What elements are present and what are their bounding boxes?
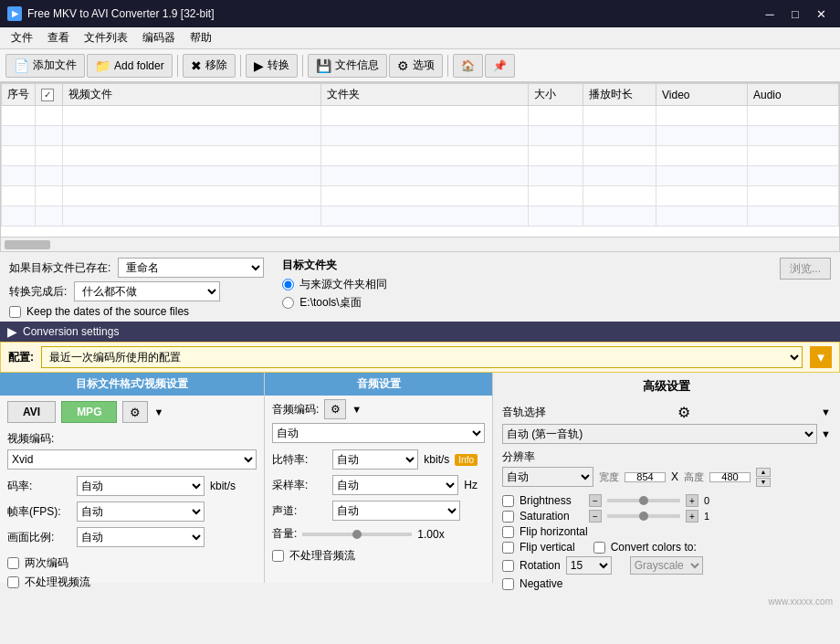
saturation-plus[interactable]: +: [686, 510, 698, 523]
menu-encoder[interactable]: 编码器: [135, 28, 183, 48]
height-label: 高度: [684, 470, 704, 484]
height-input[interactable]: [709, 472, 751, 482]
audio-gear-button[interactable]: ⚙: [324, 399, 346, 419]
file-info-button[interactable]: 💾 文件信息: [308, 54, 387, 78]
if-exists-select[interactable]: 重命名 覆盖 跳过: [118, 258, 264, 278]
fps-row: 帧率(FPS): 自动: [0, 499, 264, 524]
format-gear-button[interactable]: ⚙: [122, 401, 148, 423]
after-convert-select[interactable]: 什么都不做 关机: [74, 281, 220, 301]
minimize-button[interactable]: ─: [758, 5, 782, 23]
config-row: 配置: 最近一次编码所使用的配置 ▼: [0, 342, 840, 373]
saturation-slider[interactable]: [607, 514, 680, 518]
same-as-source-radio[interactable]: [282, 279, 294, 290]
negative-checkbox[interactable]: [502, 578, 514, 590]
select-all-checkbox[interactable]: [41, 89, 54, 101]
toolbar-separator-3: [302, 55, 303, 77]
audio-codec-select[interactable]: 自动: [272, 423, 485, 443]
volume-slider[interactable]: [302, 533, 412, 536]
menu-filelist[interactable]: 文件列表: [77, 28, 135, 48]
config-select[interactable]: 最近一次编码所使用的配置: [41, 346, 803, 368]
remove-button[interactable]: ✖ 移除: [183, 54, 236, 78]
height-up-button[interactable]: ▲: [756, 468, 771, 477]
brightness-minus[interactable]: −: [589, 494, 602, 507]
gear-icon: ⚙: [130, 406, 141, 419]
keep-dates-checkbox[interactable]: [9, 306, 21, 318]
add-file-button[interactable]: 📄 添加文件: [5, 54, 85, 78]
table-row: [2, 126, 839, 146]
saturation-checkbox[interactable]: [502, 511, 514, 523]
table-row: [2, 206, 839, 227]
audio-samplerate-label: 采样率:: [272, 478, 327, 493]
brightness-checkbox[interactable]: [502, 495, 514, 507]
same-as-source-label: 与来源文件夹相同: [299, 277, 387, 292]
audio-panel-header: 音频设置: [265, 373, 492, 396]
brightness-plus[interactable]: +: [686, 494, 698, 507]
toolbar-separator-1: [177, 55, 178, 77]
two-pass-checkbox[interactable]: [7, 557, 19, 569]
browse-button[interactable]: 浏览...: [780, 258, 831, 280]
brightness-slider[interactable]: [607, 499, 680, 502]
maximize-button[interactable]: □: [783, 5, 807, 23]
toolbar-separator-2: [240, 55, 241, 77]
info-badge[interactable]: Info: [455, 454, 478, 466]
rotation-select[interactable]: 15 30 45 90 180: [566, 556, 612, 575]
flip-h-checkbox[interactable]: [502, 526, 514, 538]
config-dropdown-button[interactable]: ▼: [810, 346, 832, 368]
h-scrollbar[interactable]: [0, 238, 840, 252]
convert-colors-checkbox[interactable]: [593, 542, 605, 554]
audio-channels-select[interactable]: 自动: [332, 501, 460, 521]
flip-v-checkbox[interactable]: [502, 542, 514, 554]
grayscale-select[interactable]: Grayscale: [630, 556, 703, 575]
table-row: [2, 146, 839, 166]
fps-select[interactable]: 自动: [77, 501, 205, 522]
if-exists-label: 如果目标文件已存在:: [9, 260, 110, 276]
col-video: Video: [656, 84, 748, 106]
audio-bitrate-select[interactable]: 自动: [332, 449, 418, 470]
home-button[interactable]: 🏠: [453, 54, 483, 78]
conversion-settings-header: ▶ Conversion settings: [0, 322, 840, 342]
audio-codec-label: 音频编码:: [272, 402, 319, 417]
audio-samplerate-select[interactable]: 自动: [332, 475, 458, 495]
form-fields: 如果目标文件已存在: 重命名 覆盖 跳过 转换完成后: 什么都不做 关机 Kee…: [9, 258, 264, 318]
saturation-value: 1: [704, 511, 717, 522]
advanced-header: 高级设置: [493, 373, 840, 400]
settings-columns: 目标文件格式/视频设置 AVI MPG ⚙ ▼ 视频编码: Xvid 码率: 自…: [0, 373, 840, 583]
video-codec-label: 视频编码:: [7, 431, 71, 447]
resolution-select[interactable]: 自动: [502, 467, 593, 487]
col-folder: 文件夹: [320, 84, 528, 106]
rotation-checkbox[interactable]: [502, 560, 514, 572]
no-audio-checkbox[interactable]: [272, 550, 284, 562]
convert-button[interactable]: ▶ 转换: [246, 54, 298, 78]
bitrate-label: 码率:: [7, 479, 71, 494]
saturation-minus[interactable]: −: [589, 510, 602, 523]
options-button[interactable]: ⚙ 选项: [389, 54, 443, 78]
add-folder-button[interactable]: 📁 Add folder: [87, 54, 173, 78]
flip-v-label: Flip vertical: [520, 541, 575, 554]
video-codec-select[interactable]: Xvid: [7, 449, 257, 470]
home-icon: 🏠: [461, 59, 475, 72]
mpg-format-button[interactable]: MPG: [61, 401, 117, 423]
no-audio-row: 不处理音频流: [265, 544, 492, 567]
audio-track-select[interactable]: 自动 (第一音轨): [502, 424, 817, 444]
brightness-label: Brightness: [520, 494, 583, 507]
width-input[interactable]: [625, 472, 666, 482]
menu-view[interactable]: 查看: [40, 28, 77, 48]
no-video-checkbox[interactable]: [7, 576, 19, 588]
conv-settings-label: Conversion settings: [23, 325, 119, 338]
menu-file[interactable]: 文件: [4, 28, 40, 48]
aspect-select[interactable]: 自动: [77, 527, 205, 547]
close-button[interactable]: ✕: [809, 5, 833, 23]
pin-button[interactable]: 📌: [485, 54, 515, 78]
no-video-label: 不处理视频流: [25, 575, 90, 590]
menu-help[interactable]: 帮助: [183, 28, 219, 48]
options-label: 选项: [413, 58, 435, 73]
audio-track-gear[interactable]: ⚙: [673, 402, 695, 422]
app-icon: ▶: [7, 6, 22, 21]
avi-format-button[interactable]: AVI: [7, 401, 56, 423]
custom-path-radio[interactable]: [282, 297, 294, 309]
bitrate-select[interactable]: 自动: [77, 476, 205, 496]
file-info-icon: 💾: [316, 58, 331, 73]
height-down-button[interactable]: ▼: [756, 478, 771, 487]
col-checkbox[interactable]: [36, 84, 63, 106]
h-scroll-thumb[interactable]: [5, 240, 50, 249]
